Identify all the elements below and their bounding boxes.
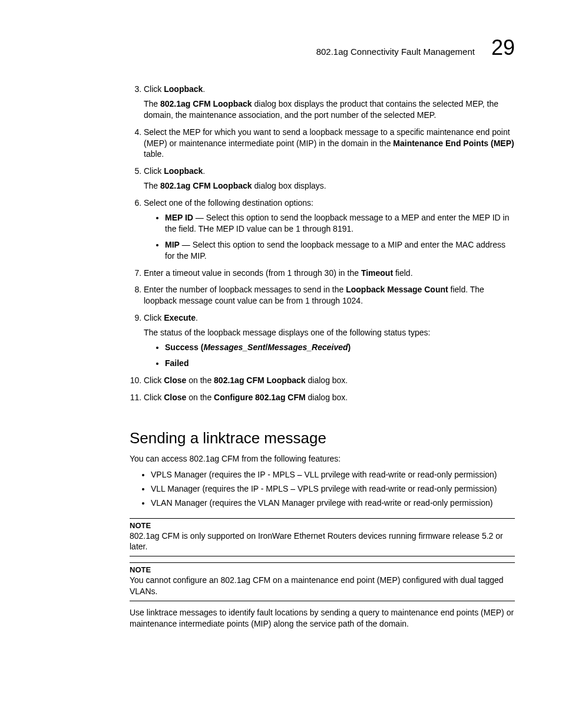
- step-text: Click Loopback.: [144, 166, 205, 176]
- step-text: Click Close on the 802.1ag CFM Loopback …: [144, 375, 348, 385]
- step-3: Click Loopback. The 802.1ag CFM Loopback…: [144, 84, 515, 121]
- option-mip: MIP — Select this option to send the loo…: [165, 239, 515, 262]
- step-10: Click Close on the 802.1ag CFM Loopback …: [144, 375, 515, 386]
- step-4: Select the MEP for which you want to sen…: [144, 127, 515, 160]
- feature-item: VPLS Manager (requires the IP - MPLS – V…: [151, 469, 515, 482]
- step-9: Click Execute. The status of the loopbac…: [144, 312, 515, 369]
- note-text: You cannot configure an 802.1ag CFM on a…: [130, 575, 515, 597]
- chapter-number: 29: [491, 35, 515, 60]
- step-text: Click Execute.: [144, 313, 198, 322]
- step-11: Click Close on the Configure 802.1ag CFM…: [144, 392, 515, 403]
- step-description: The 802.1ag CFM Loopback dialog box disp…: [144, 98, 515, 121]
- closing-paragraph: Use linktrace messages to identify fault…: [130, 607, 515, 630]
- section-heading: Sending a linktrace message: [130, 429, 515, 447]
- option-mep-id: MEP ID — Select this option to send the …: [165, 212, 515, 235]
- note-block: NOTE 802.1ag CFM is only supported on Ir…: [130, 518, 515, 557]
- step-description: The status of the loopback message displ…: [144, 327, 515, 338]
- note-label: NOTE: [130, 565, 515, 574]
- feature-list: VPLS Manager (requires the IP - MPLS – V…: [130, 469, 515, 509]
- step-text: Click Close on the Configure 802.1ag CFM…: [144, 393, 348, 402]
- header-title: 802.1ag Connectivity Fault Management: [316, 47, 475, 57]
- feature-item: VLL Manager (requires the IP - MPLS – VP…: [151, 483, 515, 496]
- step-7: Enter a timeout value in seconds (from 1…: [144, 268, 515, 279]
- step-text: Enter the number of loopback messages to…: [144, 285, 484, 305]
- note-block: NOTE You cannot configure an 802.1ag CFM…: [130, 562, 515, 601]
- status-failed: Failed: [165, 358, 515, 369]
- step-text: Enter a timeout value in seconds (from 1…: [144, 268, 413, 278]
- step-text: Select one of the following destination …: [144, 198, 313, 207]
- page-header: 802.1ag Connectivity Fault Management 29: [47, 35, 515, 60]
- step-8: Enter the number of loopback messages to…: [144, 284, 515, 307]
- step-5: Click Loopback. The 802.1ag CFM Loopback…: [144, 166, 515, 192]
- section-intro: You can access 802.1ag CFM from the foll…: [130, 453, 515, 465]
- step-9-status-list: Success (Messages_Sent/Messages_Received…: [144, 342, 515, 369]
- status-success: Success (Messages_Sent/Messages_Received…: [165, 342, 515, 353]
- page: 802.1ag Connectivity Fault Management 29…: [0, 0, 562, 681]
- content-area: Click Loopback. The 802.1ag CFM Loopback…: [130, 84, 515, 630]
- step-6-options: MEP ID — Select this option to send the …: [144, 212, 515, 262]
- feature-item: VLAN Manager (requires the VLAN Manager …: [151, 497, 515, 510]
- procedure-list: Click Loopback. The 802.1ag CFM Loopback…: [130, 84, 515, 403]
- note-text: 802.1ag CFM is only supported on IronWar…: [130, 531, 515, 553]
- note-label: NOTE: [130, 521, 515, 530]
- step-6: Select one of the following destination …: [144, 197, 515, 261]
- step-text: Click Loopback.: [144, 84, 205, 94]
- step-description: The 802.1ag CFM Loopback dialog box disp…: [144, 180, 515, 192]
- step-text: Select the MEP for which you want to sen…: [144, 127, 514, 159]
